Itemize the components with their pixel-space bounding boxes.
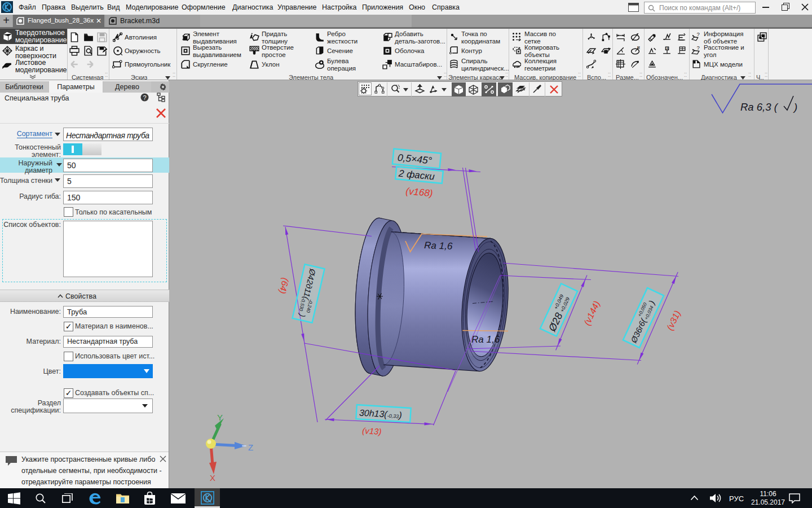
svg-text:(v168): (v168)	[405, 186, 434, 199]
svg-text:X: X	[210, 473, 215, 483]
svg-text:Ra 6,3 (: Ra 6,3 (	[740, 101, 779, 113]
svg-text:Ra 1,6: Ra 1,6	[471, 334, 500, 345]
svg-text:Ra 1,6: Ra 1,6	[424, 240, 453, 252]
svg-text:(v13): (v13)	[362, 426, 382, 436]
svg-text:Z: Z	[248, 443, 253, 452]
svg-text:): )	[793, 101, 797, 113]
svg-text:Y: Y	[217, 413, 223, 422]
svg-text:?: ?	[143, 94, 147, 101]
svg-text:(v31): (v31)	[665, 309, 682, 331]
svg-text:(64): (64)	[277, 277, 290, 295]
svg-text:(v144): (v144)	[582, 300, 602, 327]
